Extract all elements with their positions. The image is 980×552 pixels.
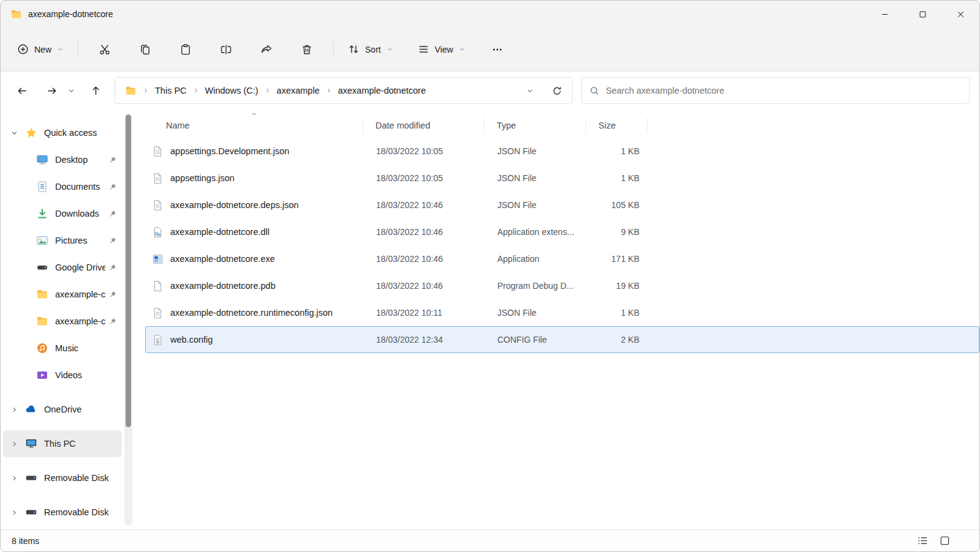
details-view-button[interactable] [914,533,930,549]
refresh-button[interactable] [548,81,566,100]
sidebar-item-label: axexample-c [55,316,105,326]
sort-button[interactable]: Sort [340,37,401,62]
up-button[interactable] [84,80,107,102]
file-type: Program Debug D... [485,281,587,291]
see-more-button[interactable] [483,37,511,62]
chevron-right-icon[interactable] [10,474,18,482]
view-icon [418,43,429,55]
file-row-axexample-dotnetcore-deps-json[interactable]: axexample-dotnetcore.deps.json18/03/2022… [145,192,979,218]
close-icon [956,9,966,20]
toolbar-actions [85,37,327,62]
sidebar-item-removable-disk[interactable]: Removable Disk [3,464,122,491]
search-input[interactable] [606,86,962,95]
file-row-axexample-dotnetcore-runtimeconfig-json[interactable]: axexample-dotnetcore.runtimeconfig.json1… [145,299,979,326]
sidebar-item-music[interactable]: Music [3,335,122,362]
folder-icon [10,9,22,20]
file-name-cell: web.config [146,334,364,346]
share-button[interactable] [252,37,281,62]
file-row-axexample-dotnetcore-pdb[interactable]: axexample-dotnetcore.pdb18/03/2022 10:46… [145,272,979,299]
breadcrumb-segment-axexample[interactable]: axexample [276,84,321,97]
sidebar-item-label: Google Drive [55,263,105,272]
chevron-right-icon [142,87,149,94]
search-box[interactable] [581,77,970,104]
sidebar-item-axexample-c[interactable]: axexample-c [3,308,122,335]
command-bar: New Sort View [1,28,979,72]
sidebar-item-removable-disk[interactable]: Removable Disk [3,499,122,526]
back-icon [17,85,28,97]
copy-button[interactable] [131,37,159,62]
file-row-axexample-dotnetcore-dll[interactable]: axexample-dotnetcore.dll18/03/2022 10:46… [145,218,979,245]
pin-icon [108,236,117,245]
new-button[interactable]: New [9,37,72,62]
dll-file-icon [152,226,164,238]
downloads-icon [36,207,48,220]
sidebar-item-label: Music [55,343,117,353]
file-name-cell: axexample-dotnetcore.runtimeconfig.json [146,307,364,319]
view-button-label: View [435,45,453,54]
folder-icon [36,315,48,327]
file-row-axexample-dotnetcore-exe[interactable]: axexample-dotnetcore.exe18/03/2022 10:46… [145,245,979,272]
breadcrumb-segment-this-pc[interactable]: This PC [154,84,188,97]
close-button[interactable] [941,1,979,28]
sidebar-item-pictures[interactable]: Pictures [3,227,122,254]
column-header-size[interactable]: Size [586,117,647,133]
chevron-right-icon[interactable] [10,440,18,448]
cut-button[interactable] [91,37,119,62]
file-row-appsettings-json[interactable]: appsettings.json18/03/2022 10:05JSON Fil… [145,165,979,192]
file-explorer-window: axexample-dotnetcore New Sort View [0,0,980,552]
sidebar-item-downloads[interactable]: Downloads [3,200,122,227]
rename-icon [220,43,232,56]
sidebar-item-label: OneDrive [44,405,117,414]
chevron-down-icon[interactable] [10,129,18,137]
back-button[interactable] [10,80,34,102]
paste-button[interactable] [172,37,200,62]
chevron-right-icon[interactable] [10,509,18,517]
sidebar-scrollbar-thumb[interactable] [126,114,131,427]
sidebar-scrollbar[interactable] [124,114,132,526]
file-row-appsettings-development-json[interactable]: appsettings.Development.json18/03/2022 1… [145,138,979,165]
forward-icon [46,85,58,97]
delete-button[interactable] [293,37,321,62]
sidebar-item-label: Removable Disk [44,473,117,483]
file-row-web-config[interactable]: web.config18/03/2022 12:34CONFIG File2 K… [145,326,979,353]
sidebar-item-desktop[interactable]: Desktop [3,146,122,173]
large-icons-view-button[interactable] [937,533,952,549]
chevron-down-icon [67,87,75,95]
column-header-type[interactable]: Type [484,117,586,133]
recent-locations-button[interactable] [63,80,79,102]
maximize-icon [918,9,928,20]
sidebar-item-axexample-c[interactable]: axexample-c [3,281,122,308]
sidebar-item-google-drive[interactable]: Google Drive [3,254,122,281]
minimize-icon [880,9,890,20]
sidebar-item-this-pc[interactable]: This PC [3,430,122,457]
pdb-file-icon [152,280,164,292]
paste-icon [179,43,192,56]
json-file-icon [152,146,164,157]
column-header-date-modified[interactable]: Date modified [363,117,484,133]
breadcrumb-segment-windows-c[interactable]: Windows (C:) [204,84,260,97]
more-icon [491,43,503,56]
details-view-icon [917,535,929,546]
chevron-right-icon[interactable] [10,406,18,414]
new-button-label: New [34,45,51,54]
rename-button[interactable] [212,37,240,62]
address-bar[interactable]: This PCWindows (C:)axexampleaxexample-do… [115,77,573,104]
breadcrumb-segment-axexample-dotnetcore[interactable]: axexample-dotnetcore [337,84,427,97]
pin-icon [108,209,117,218]
sidebar-item-quick-access[interactable]: Quick access [3,119,122,146]
gdrive-icon [36,261,48,274]
pin-icon [108,155,117,165]
sidebar-item-onedrive[interactable]: OneDrive [3,396,122,423]
sidebar-item-videos[interactable]: Videos [3,362,122,389]
chevron-up-small-icon [251,111,257,117]
column-header-name[interactable]: Name [145,117,363,133]
minimize-button[interactable] [865,1,903,28]
sidebar-item-label: Downloads [55,209,105,218]
maximize-button[interactable] [903,1,941,28]
sidebar-item-label: axexample-c [55,289,105,299]
file-date-modified: 18/03/2022 10:46 [364,200,485,210]
sidebar-item-documents[interactable]: Documents [3,173,122,200]
view-button[interactable]: View [410,37,473,62]
address-dropdown-button[interactable] [521,81,539,100]
forward-button[interactable] [40,80,63,102]
